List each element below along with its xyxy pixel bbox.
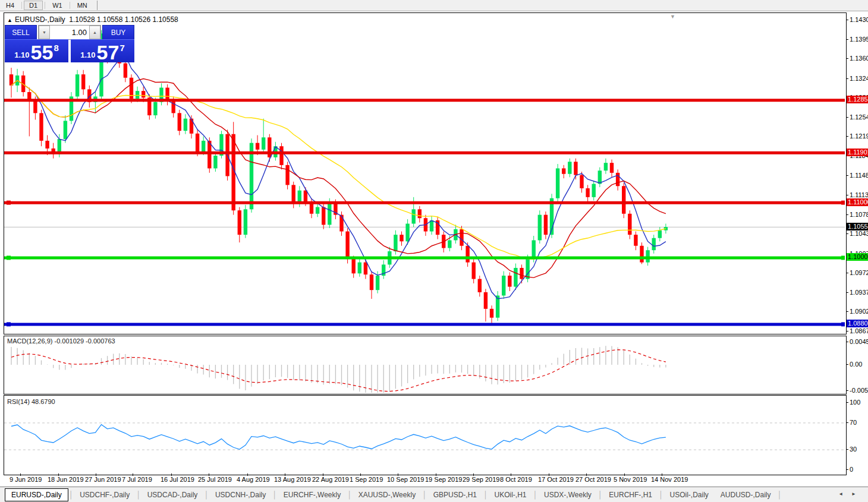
timeframe-button-d1[interactable]: D1: [24, 1, 43, 10]
current-price-badge: 1.10558: [847, 223, 868, 231]
macd-tick-dash: [846, 364, 848, 365]
rsi-canvas[interactable]: [4, 396, 845, 473]
macd-tick-dash: [846, 390, 848, 391]
macd-tick-label: 0.004536: [850, 338, 868, 345]
rsi-label: RSI(14) 48.6790: [7, 398, 55, 405]
one-click-trading-panel: SELL ▼ ▲ BUY 1.10 55 8 1.10 57 7: [5, 25, 134, 62]
rsi-tick-label: 30: [850, 446, 857, 453]
rsi-tick-dash: [846, 402, 848, 403]
volume-increase-button[interactable]: ▲: [89, 26, 100, 39]
timeframe-button-mn[interactable]: MN: [72, 1, 93, 10]
tab-separator: │: [777, 491, 783, 499]
price-tick-label: 1.10430: [850, 230, 868, 237]
sell-button[interactable]: SELL: [5, 25, 37, 40]
tab-separator: │: [347, 491, 353, 499]
price-line-badge: 1.11000: [847, 198, 868, 206]
tab-gbpusd-h1[interactable]: GBPUSD-,H1: [427, 489, 483, 501]
price-line-badge: 1.10003: [847, 253, 868, 261]
tab-separator: │: [272, 491, 278, 499]
tab-usdcnh-daily[interactable]: USDCNH-,Daily: [209, 489, 272, 501]
price-tick-dash: [846, 136, 848, 137]
collapse-panel-icon[interactable]: ▲: [7, 17, 12, 23]
tab-scroll-arrows[interactable]: ◄►: [838, 491, 864, 497]
rsi-tick-dash: [846, 469, 848, 470]
date-tick-label: 18 Jun 2019: [48, 476, 84, 483]
price-line-badge: 1.11901: [847, 149, 868, 156]
date-tick-label: 14 Nov 2019: [651, 476, 688, 483]
sell-price-big: 55: [31, 43, 54, 61]
tab-eurusd-daily[interactable]: EURUSD-,Daily: [5, 488, 68, 501]
date-tick-label: 29 Sep 2019: [463, 476, 499, 483]
tab-xauusd-weekly[interactable]: XAUUSD-,Weekly: [353, 489, 422, 501]
buy-price-big: 57: [97, 43, 119, 61]
buy-price-display[interactable]: 1.10 57 7: [71, 39, 134, 62]
date-tick-label: 7 Jul 2019: [122, 476, 152, 483]
tab-separator: │: [483, 491, 489, 499]
date-tick-label: 13 Aug 2019: [274, 476, 311, 483]
date-tick-label: 16 Jul 2019: [161, 476, 194, 483]
date-tick-label: 17 Oct 2019: [538, 476, 574, 483]
chart-tab-bar: EURUSD-,Daily│USDCHF-,Daily│USDCAD-,Dail…: [0, 487, 868, 502]
price-tick-dash: [846, 214, 848, 215]
macd-tick-label: -0.00520: [850, 387, 868, 394]
tab-audusd-daily[interactable]: AUDUSD-,Daily: [715, 489, 777, 501]
tab-separator: │: [597, 491, 603, 499]
chart-ohlc-values: 1.10528 1.10558 1.10526 1.10558: [69, 15, 178, 24]
price-tick-dash: [846, 331, 848, 331]
price-axis[interactable]: [847, 12, 868, 485]
price-tick-label: 1.13600: [850, 55, 868, 62]
tab-separator: │: [203, 491, 209, 499]
tab-usdchf-daily[interactable]: USDCHF-,Daily: [74, 489, 136, 501]
mt4-window: H4D1W1MN 9 Jun 201918 Jun 201927 Jun 201…: [0, 0, 868, 502]
price-tick-label: 1.09020: [850, 308, 868, 315]
rsi-tick-label: 0: [850, 466, 853, 473]
price-tick-dash: [846, 117, 848, 118]
price-tick-label: 1.14300: [850, 16, 868, 23]
date-tick-label: 8 Oct 2019: [500, 476, 532, 483]
price-tick-label: 1.13950: [850, 36, 868, 43]
toolbar-separator: [21, 2, 22, 9]
volume-decrease-button[interactable]: ▼: [39, 26, 50, 39]
sell-price-pip: 8: [54, 43, 58, 53]
sell-price-prefix: 1.10: [14, 50, 29, 59]
price-tick-dash: [846, 39, 848, 40]
tab-usoil-daily[interactable]: USOil-,Daily: [663, 489, 714, 501]
date-tick-label: 10 Sep 2019: [387, 476, 424, 483]
price-tick-label: 1.11130: [850, 191, 868, 198]
chart-shift-marker-icon: ▼: [670, 14, 675, 20]
rsi-pane[interactable]: [4, 395, 847, 475]
price-tick-dash: [846, 311, 848, 312]
price-tick-dash: [846, 273, 848, 273]
tab-ukoil-h1[interactable]: UKOil-,H1: [489, 489, 533, 501]
date-tick-label: 22 Aug 2019: [312, 476, 349, 483]
price-tick-label: 1.12190: [850, 132, 868, 140]
date-tick-label: 9 Jun 2019: [10, 476, 42, 483]
price-tick-label: 1.12540: [850, 113, 868, 121]
chart-title: EURUSD-,Daily: [15, 15, 65, 24]
tab-eurchf-h1[interactable]: EURCHF-,H1: [603, 489, 658, 501]
tab-usdx-weekly[interactable]: USDX-,Weekly: [538, 489, 597, 501]
macd-pane[interactable]: [4, 336, 847, 394]
price-line-badge: 1.08800: [847, 320, 868, 327]
price-tick-label: 1.09370: [850, 289, 868, 296]
buy-button[interactable]: BUY: [102, 25, 134, 40]
sell-price-display[interactable]: 1.10 55 8: [5, 39, 68, 62]
tab-separator: │: [136, 491, 141, 499]
tab-eurchf-weekly[interactable]: EURCHF-,Weekly: [278, 489, 347, 501]
price-tick-dash: [846, 292, 848, 293]
timeframe-toolbar: H4D1W1MN: [0, 0, 868, 11]
volume-control: ▼ ▲: [38, 25, 101, 40]
volume-input[interactable]: [50, 26, 89, 39]
date-tick-label: 27 Jun 2019: [85, 476, 121, 483]
timeframe-button-h4[interactable]: H4: [1, 1, 20, 10]
price-tick-dash: [846, 20, 848, 20]
rsi-tick-label: 70: [850, 419, 857, 426]
timeframe-button-w1[interactable]: W1: [47, 1, 68, 10]
tab-separator: │: [68, 491, 74, 499]
macd-canvas[interactable]: [4, 336, 845, 393]
price-tick-label: 1.09720: [850, 269, 868, 276]
price-tick-dash: [846, 233, 848, 234]
macd-tick-label: 0.00: [850, 361, 862, 368]
tab-usdcad-daily[interactable]: USDCAD-,Daily: [141, 489, 204, 501]
date-tick-label: 19 Sep 2019: [425, 476, 462, 483]
